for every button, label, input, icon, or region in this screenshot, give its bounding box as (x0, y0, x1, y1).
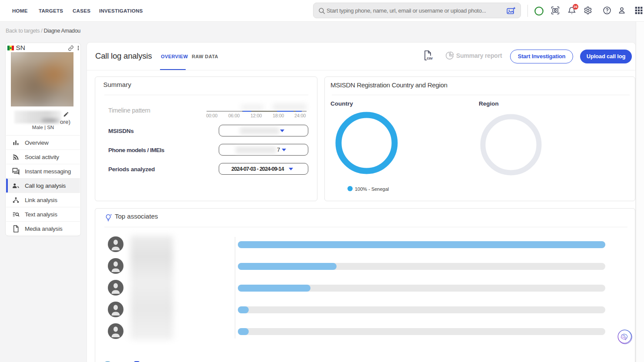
svg-text:csv: csv (427, 56, 433, 60)
